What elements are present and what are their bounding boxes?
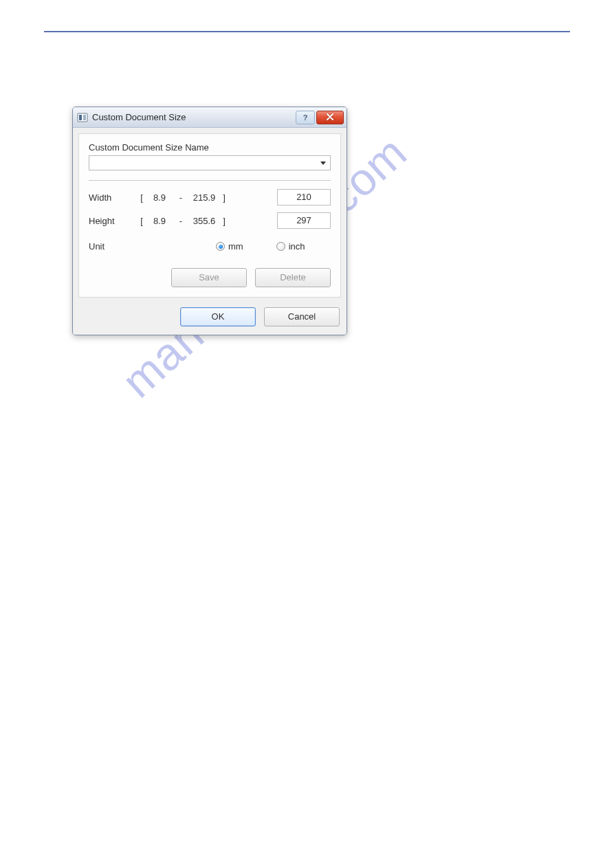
dialog-body: Custom Document Size Name Width [ 8.9 - … (78, 133, 341, 298)
delete-button[interactable]: Delete (255, 268, 331, 287)
radio-icon (276, 242, 285, 251)
custom-document-size-dialog: Custom Document Size ? Custom Document S… (72, 107, 347, 335)
radio-icon (216, 242, 225, 251)
dialog-footer: OK Cancel (73, 303, 347, 335)
divider (89, 180, 331, 181)
page-top-rule (44, 31, 570, 32)
name-dropdown[interactable] (89, 155, 331, 170)
unit-mm[interactable]: mm (216, 241, 243, 252)
ok-button[interactable]: OK (180, 307, 256, 326)
cancel-button[interactable]: Cancel (264, 307, 340, 326)
width-max: 215.9 (189, 192, 219, 203)
help-button[interactable]: ? (296, 111, 315, 124)
app-icon (77, 112, 88, 123)
height-min: 8.9 (146, 216, 173, 226)
height-range: [ 8.9 - 355.6 ] (137, 216, 229, 226)
unit-label: Unit (89, 241, 137, 252)
width-min: 8.9 (146, 192, 173, 203)
dialog-title: Custom Document Size (92, 112, 294, 122)
width-input[interactable]: 210 (277, 189, 331, 205)
height-label: Height (89, 216, 137, 226)
inset-button-row: Save Delete (89, 268, 331, 287)
height-max: 355.6 (189, 216, 219, 226)
height-row: Height [ 8.9 - 355.6 ] 297 (89, 212, 331, 229)
width-row: Width [ 8.9 - 215.9 ] 210 (89, 189, 331, 205)
close-button[interactable] (316, 111, 344, 124)
unit-row: Unit mm inch (89, 241, 331, 252)
width-label: Width (89, 192, 137, 203)
width-range: [ 8.9 - 215.9 ] (137, 192, 229, 203)
save-button[interactable]: Save (171, 268, 247, 287)
close-icon (326, 113, 334, 122)
titlebar[interactable]: Custom Document Size ? (73, 107, 347, 128)
unit-inch-label: inch (289, 241, 305, 252)
svg-rect-2 (83, 115, 86, 120)
svg-rect-1 (79, 115, 82, 120)
unit-inch[interactable]: inch (276, 241, 305, 252)
name-label: Custom Document Size Name (89, 142, 331, 153)
unit-mm-label: mm (228, 241, 243, 252)
height-input[interactable]: 297 (277, 212, 331, 229)
